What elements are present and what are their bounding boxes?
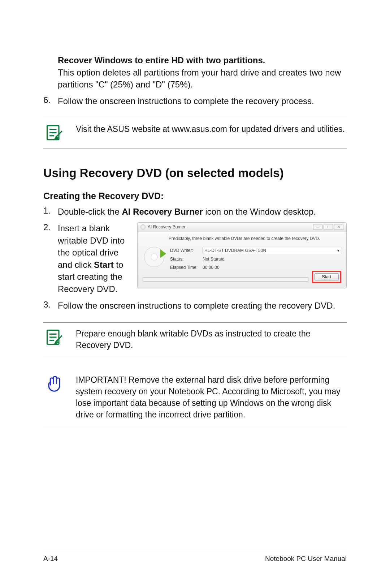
status-row: Status: Not Started [170, 256, 341, 262]
step-3: 3. Follow the onscreen instructions to c… [43, 300, 347, 312]
dvd-writer-row: DVD Writer: HL-DT-ST DVDRAM GSA-T50N ▾ [170, 247, 341, 254]
disc-icon [144, 247, 164, 267]
elapsed-value: 00:00:00 [203, 265, 341, 271]
note-icon [43, 328, 65, 347]
maximize-button[interactable]: □ [324, 224, 333, 230]
step-3-text: Follow the onscreen instructions to comp… [58, 300, 347, 312]
note-prepare-dvds: Prepare enough blank writable DVDs as in… [43, 322, 347, 358]
window-buttons: — □ ✕ [312, 224, 343, 230]
note-important-text: IMPORTANT! Remove the external hard disk… [76, 374, 347, 421]
intro-heading: Recover Windows to entire HD with two pa… [58, 54, 347, 66]
disc-icon-column [143, 245, 166, 271]
step-1-pre: Double-click the [58, 207, 122, 216]
step-2-text: Insert a blank writable DVD into the opt… [58, 222, 130, 295]
ai-recovery-burner-window: AI Recovery Burner — □ ✕ Predictably, th… [137, 222, 347, 288]
step-1-post: icon on the Window desktop. [203, 207, 316, 216]
window-title: AI Recovery Burner [148, 224, 186, 230]
start-button[interactable]: Start [315, 273, 339, 280]
minimize-button[interactable]: — [313, 224, 322, 230]
step-1-text: Double-click the AI Recovery Burner icon… [58, 206, 347, 218]
step-6-number: 6. [43, 95, 58, 107]
window-body: Predictably, three blank writable DVDs a… [138, 232, 346, 288]
section-heading: Using Recovery DVD (on selected models) [43, 166, 347, 180]
dvd-writer-select[interactable]: HL-DT-ST DVDRAM GSA-T50N ▾ [203, 247, 341, 254]
status-value: Not Started [203, 256, 341, 262]
step-1-number: 1. [43, 206, 58, 218]
note-icon [43, 123, 65, 142]
step-2-number: 2. [43, 222, 58, 295]
subsection-heading: Creating the Recovery DVD: [43, 191, 347, 201]
step-2: 2. Insert a blank writable DVD into the … [43, 222, 347, 295]
page-number: A-14 [43, 555, 58, 563]
page-footer: A-14 Notebook PC User Manual [43, 551, 347, 563]
note-drivers: Visit the ASUS website at www.asus.com f… [43, 118, 347, 149]
hand-icon [43, 374, 65, 395]
close-button[interactable]: ✕ [334, 224, 343, 230]
window-title-left: AI Recovery Burner [140, 224, 186, 230]
step-1-bold: AI Recovery Burner [122, 207, 203, 216]
elapsed-row: Elapsed Time: 00:00:00 [170, 265, 341, 271]
progress-bar [143, 277, 308, 282]
note-drivers-text: Visit the ASUS website at www.asus.com f… [76, 123, 345, 135]
manual-title: Notebook PC User Manual [265, 555, 347, 563]
step-2-body: Insert a blank writable DVD into the opt… [58, 222, 347, 295]
note-prepare-dvds-text: Prepare enough blank writable DVDs as in… [76, 328, 347, 351]
dvd-writer-value: HL-DT-ST DVDRAM GSA-T50N [204, 248, 266, 254]
chevron-down-icon: ▾ [337, 248, 339, 254]
dvd-writer-label: DVD Writer: [170, 248, 203, 254]
fields-column: DVD Writer: HL-DT-ST DVDRAM GSA-T50N ▾ S… [170, 245, 341, 271]
step-2-bold: Start [94, 260, 114, 270]
manual-page: Recover Windows to entire HD with two pa… [0, 0, 390, 588]
start-highlight: Start [312, 271, 341, 283]
step-1: 1. Double-click the AI Recovery Burner i… [43, 206, 347, 218]
step-3-number: 3. [43, 300, 58, 312]
intro-body: This option deletes all partitions from … [58, 66, 347, 91]
step-6-text: Follow the onscreen instructions to comp… [58, 95, 347, 107]
step-6: 6. Follow the onscreen instructions to c… [43, 95, 347, 107]
window-hint: Predictably, three blank writable DVDs a… [169, 236, 341, 242]
note-important: IMPORTANT! Remove the external hard disk… [43, 369, 347, 428]
intro-block: Recover Windows to entire HD with two pa… [58, 54, 347, 91]
window-titlebar: AI Recovery Burner — □ ✕ [138, 223, 346, 232]
elapsed-label: Elapsed Time: [170, 265, 203, 271]
status-label: Status: [170, 256, 203, 262]
app-icon [140, 224, 146, 229]
